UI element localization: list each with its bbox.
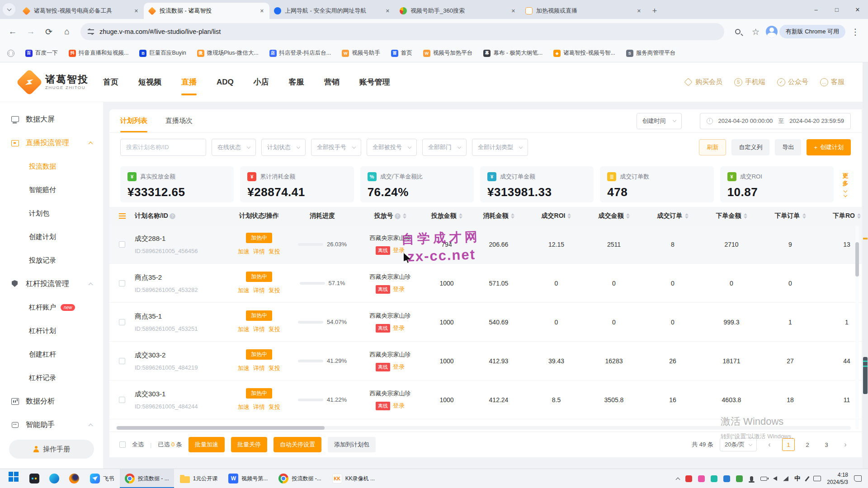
firefox-browser-button[interactable]: [64, 469, 84, 488]
menu-kebab-icon[interactable]: ⋮: [847, 23, 863, 40]
sort-icon[interactable]: [744, 213, 747, 219]
tab-close-icon[interactable]: ✕: [385, 7, 391, 15]
taskbar-app-1元公开课[interactable]: 1元公开课: [175, 469, 223, 488]
refresh-button[interactable]: 刷新: [699, 139, 726, 155]
scrollbar-thumb[interactable]: [863, 357, 868, 394]
bookmark-item[interactable]: 抖抖音直播和短视频...: [69, 49, 128, 57]
edge-browser-button[interactable]: [44, 469, 64, 488]
tab-search-button[interactable]: [3, 3, 15, 16]
more-stats-button[interactable]: 更多: [840, 166, 851, 202]
column-header-下单订单[interactable]: 下单订单: [761, 212, 820, 220]
taskbar-app-KK录像机 ...[interactable]: KKKK录像机 ...: [327, 469, 380, 488]
nav-item-短视频[interactable]: 短视频: [138, 62, 161, 102]
op-link-加速[interactable]: 加速: [238, 325, 250, 333]
address-bar[interactable]: zhuge.v-ma.com/#/live-studio/live-plan/l…: [80, 23, 724, 40]
table-row[interactable]: 成交288-1ID:5896261005_456456加热中加速详情复投26.0…: [109, 225, 862, 264]
network-icon[interactable]: [783, 476, 788, 481]
table-row[interactable]: 成交303-1ID:5896261005_484244加热中加速详情复投41.2…: [109, 380, 862, 419]
start-button[interactable]: [4, 469, 24, 488]
op-link-复投[interactable]: 复投: [269, 286, 280, 295]
bookmark-item[interactable]: W视频号加热平台: [423, 49, 473, 57]
sidebar-item-杠杆账户[interactable]: 杠杆账户new: [0, 296, 103, 319]
tab-close-icon[interactable]: ✕: [259, 7, 265, 15]
sidebar-item-杠杆计划[interactable]: 杠杆计划: [0, 319, 103, 343]
filter-select-全部计划类型[interactable]: 全部计划类型: [472, 139, 528, 156]
sidebar-group-杠杆投流管理[interactable]: 杠杆投流管理: [0, 272, 103, 296]
bookmark-item[interactable]: 微微现场Plus-微信大...: [197, 49, 259, 57]
op-link-详情[interactable]: 详情: [253, 286, 265, 295]
tab-close-icon[interactable]: ✕: [636, 7, 642, 15]
bookmark-item[interactable]: ◆诸葛智投-视频号智...: [553, 49, 615, 57]
horizontal-scrollbar[interactable]: [117, 426, 325, 430]
column-header-投放号[interactable]: 投放号?: [356, 212, 424, 220]
bookmark-item[interactable]: 首首页: [391, 49, 412, 57]
prev-page-button[interactable]: ‹: [763, 438, 776, 451]
header-link-公众号[interactable]: ✓公众号: [777, 78, 808, 86]
bookmark-item[interactable]: W视频号助手: [342, 49, 380, 57]
header-link-购买会员[interactable]: 购买会员: [684, 78, 722, 86]
batch-button-批量关停[interactable]: 批量关停: [231, 437, 267, 452]
bookmark-item[interactable]: S服务商管理平台: [626, 49, 676, 57]
chrome-update-pill[interactable]: 有新版 Chrome 可用: [779, 25, 845, 38]
row-checkbox[interactable]: [119, 319, 125, 325]
op-link-复投[interactable]: 复投: [269, 403, 280, 411]
search-input[interactable]: 搜索计划名称/ID: [120, 139, 206, 156]
header-link-客服[interactable]: …客服: [820, 78, 844, 86]
table-row[interactable]: 商点35-2ID:5896261005_453282加热中加速详情复投57.1%…: [109, 264, 862, 303]
login-link[interactable]: 登录: [393, 324, 405, 332]
home-icon[interactable]: ⌂: [59, 23, 75, 40]
vertical-scrollbar[interactable]: [855, 226, 859, 429]
sidebar-group-直播投流管理[interactable]: 直播投流管理: [0, 131, 103, 155]
table-row[interactable]: 商点35-1ID:5896261005_453251加热中加速详情复投54.07…: [109, 303, 862, 342]
nav-item-营销[interactable]: 营销: [324, 62, 340, 102]
browser-tab[interactable]: 视频号助手_360搜索✕: [395, 3, 521, 19]
op-link-加速[interactable]: 加速: [238, 403, 250, 411]
taskbar-app-投流数据 - ...[interactable]: 投流数据 - ...: [120, 469, 174, 488]
pinned-dark-app-button[interactable]: [24, 469, 44, 488]
sidebar-item-杠杆记录[interactable]: 杠杆记录: [0, 366, 103, 389]
filter-select-计划状态[interactable]: 计划状态: [261, 139, 306, 156]
profile-avatar[interactable]: [766, 26, 778, 38]
row-checkbox[interactable]: [119, 241, 125, 248]
volume-icon[interactable]: [773, 476, 777, 481]
microphone-icon[interactable]: [750, 476, 753, 481]
sort-icon[interactable]: [403, 213, 406, 219]
row-checkbox[interactable]: [119, 358, 125, 364]
taskbar-app-飞书[interactable]: 飞书: [85, 469, 119, 488]
login-link[interactable]: 登录: [393, 246, 405, 254]
nav-item-首页[interactable]: 首页: [103, 62, 118, 102]
sort-icon[interactable]: [802, 213, 806, 219]
page-button-1[interactable]: 1: [782, 438, 795, 451]
filter-select-全部投手号[interactable]: 全部投手号: [311, 139, 361, 156]
browser-tab[interactable]: 加热视频或直播✕: [521, 3, 646, 19]
battery-icon[interactable]: [760, 477, 767, 481]
nav-item-ADQ[interactable]: ADQ: [217, 62, 234, 102]
app-logo[interactable]: 诸葛智投 ZHUGE ZHITOU: [18, 73, 103, 92]
sort-icon[interactable]: [511, 213, 514, 219]
sidebar-item-投流数据[interactable]: 投流数据: [0, 155, 103, 178]
op-link-详情[interactable]: 详情: [253, 325, 265, 333]
sort-icon[interactable]: [626, 213, 630, 219]
browser-tab[interactable]: 投流数据 - 诸葛智投✕: [144, 3, 269, 19]
sidebar-item-创建计划[interactable]: 创建计划: [0, 225, 103, 249]
clock[interactable]: 4:182024/5/3: [827, 471, 848, 486]
tray-blue-app-icon[interactable]: [723, 475, 730, 482]
tray-teal-app-icon[interactable]: [711, 475, 717, 482]
column-header-投放金额[interactable]: 投放金额: [424, 212, 469, 220]
tray-green-app-icon[interactable]: [736, 475, 743, 482]
custom-columns-button[interactable]: 自定义列: [731, 139, 769, 155]
page-size-select[interactable]: 20条/页: [720, 438, 757, 451]
op-link-加速[interactable]: 加速: [238, 248, 250, 256]
login-link[interactable]: 登录: [393, 363, 405, 371]
column-header-成交ROI[interactable]: 成交ROI: [528, 212, 585, 220]
op-link-加速[interactable]: 加速: [238, 364, 250, 372]
notification-center-icon[interactable]: [854, 475, 862, 482]
browser-tab[interactable]: 上网导航 - 安全实用的网址导航✕: [269, 3, 395, 19]
select-all-checkbox[interactable]: [119, 441, 126, 448]
page-button-3[interactable]: 3: [820, 438, 833, 451]
tab-直播场次[interactable]: 直播场次: [165, 109, 193, 132]
tray-expand-icon[interactable]: [676, 477, 680, 482]
back-icon[interactable]: ←: [5, 23, 21, 40]
column-header-成交金额[interactable]: 成交金额: [585, 212, 643, 220]
tab-close-icon[interactable]: ✕: [510, 7, 516, 15]
